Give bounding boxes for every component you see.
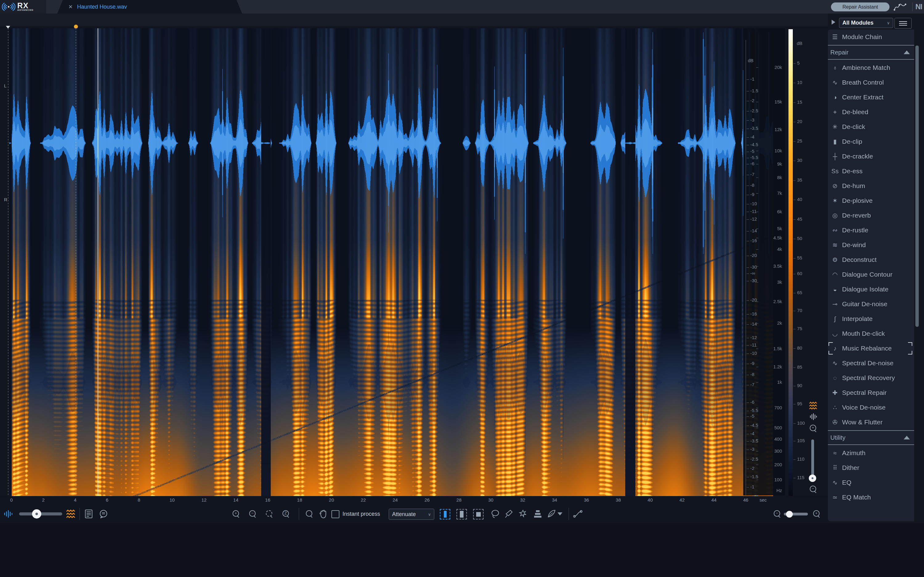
module-item-dialogue-contour[interactable]: ◠Dialogue Contour: [828, 267, 914, 282]
module-section-utility[interactable]: Utility: [828, 430, 914, 445]
dialogue-isolate-icon: ◒: [828, 286, 842, 293]
module-item-de-click[interactable]: ✳De-click: [828, 119, 914, 134]
module-item-eq-match[interactable]: ≃EQ Match: [828, 490, 914, 504]
module-item-spectral-repair[interactable]: ✚Spectral Repair: [828, 385, 914, 400]
module-run-icon[interactable]: [832, 20, 835, 25]
repair-assistant-button[interactable]: Repair Assistant: [831, 2, 890, 11]
module-item-voice-de-noise[interactable]: ∴Voice De-noise: [828, 400, 914, 415]
timeline-label: 42: [680, 497, 685, 503]
spectrogram-blend-icon[interactable]: [65, 508, 76, 519]
module-item-de-plosive[interactable]: ✶De-plosive: [828, 193, 914, 208]
scale-tick: -7: [746, 172, 754, 177]
module-item-de-hum[interactable]: ⊘De-hum: [828, 179, 914, 193]
spectrogram-colorbar[interactable]: [788, 29, 793, 501]
module-selector-dropdown[interactable]: All Modules∨: [839, 18, 893, 28]
module-item-center-extract[interactable]: ◑Center Extract: [828, 90, 914, 105]
scale-tick: -1: [746, 76, 754, 82]
module-item-label: De-bleed: [842, 108, 868, 116]
module-item-de-crackle[interactable]: ┼De-crackle: [828, 149, 914, 164]
frequency-selection-tool[interactable]: [473, 509, 483, 519]
module-item-de-wind[interactable]: ≋De-wind: [828, 238, 914, 252]
zoom-reset-tool[interactable]: Z: [283, 510, 289, 517]
de-rustle-icon: ∾: [828, 227, 842, 234]
module-item-guitar-de-noise[interactable]: ⊸Guitar De-noise: [828, 297, 914, 311]
scale-tick: 400: [756, 436, 782, 442]
module-item-label: Dialogue Contour: [842, 271, 892, 278]
module-menu-button[interactable]: [895, 18, 912, 29]
timeline-label: 14: [233, 497, 238, 503]
scale-tick: -14: [746, 228, 757, 233]
spectrogram-view-icon[interactable]: [809, 401, 818, 410]
playhead[interactable]: [98, 28, 98, 495]
bezier-tool[interactable]: [572, 508, 583, 519]
vertical-zoom-slider[interactable]: [811, 440, 814, 479]
module-item-spectral-de-noise[interactable]: ∿Spectral De-noise: [828, 356, 914, 371]
scale-tick: 9k: [756, 161, 782, 166]
module-item-de-ess[interactable]: SsDe-ess: [828, 164, 914, 179]
zoom-out-tool[interactable]: −: [249, 510, 256, 517]
module-item-de-clip[interactable]: ▮De-clip: [828, 134, 914, 149]
collapse-icon[interactable]: [904, 50, 910, 54]
ambience-match-icon: ♁: [828, 64, 842, 71]
spectrogram-canvas[interactable]: [9, 28, 773, 496]
module-item-mouth-de-click[interactable]: ◡Mouth De-click: [828, 326, 914, 341]
zoom-in-tool[interactable]: +: [233, 510, 239, 517]
blend-slider-knob[interactable]: [32, 509, 41, 519]
scale-tick: 110: [793, 456, 804, 462]
module-item-wow-flutter[interactable]: ✇Wow & Flutter: [828, 415, 914, 430]
horizontal-zoom-knob[interactable]: [786, 511, 793, 517]
module-item-deconstruct[interactable]: ⚙Deconstruct: [828, 252, 914, 267]
clipboard-icon[interactable]: [83, 508, 94, 519]
magic-wand-tool[interactable]: [517, 508, 528, 519]
module-item-azimuth[interactable]: ≈Azimuth: [828, 446, 914, 460]
module-item-interpolate[interactable]: ∫Interpolate: [828, 311, 914, 326]
hand-tool[interactable]: [318, 508, 329, 519]
tab-label[interactable]: Haunted House.wav: [77, 4, 127, 10]
file-tab[interactable]: ✕ Haunted House.wav: [57, 0, 242, 13]
time-frequency-selection-tool[interactable]: [456, 509, 467, 519]
adjustment-lists-icon[interactable]: [532, 508, 543, 519]
comment-icon[interactable]: [98, 508, 109, 519]
timeline-label: 30: [488, 497, 493, 503]
waveform-blend-icon[interactable]: [2, 508, 13, 519]
feather-dropdown-icon[interactable]: [557, 508, 563, 519]
scale-tick: -2: [746, 98, 754, 103]
module-item-dialogue-isolate[interactable]: ◒Dialogue Isolate: [828, 282, 914, 297]
horizontal-zoom-in-icon[interactable]: +: [813, 510, 820, 517]
chevron-down-icon: ∨: [428, 512, 431, 517]
vertical-zoom-knob[interactable]: [809, 474, 816, 482]
module-item-eq[interactable]: ∿EQ: [828, 475, 914, 490]
module-item-label: Guitar De-noise: [842, 300, 887, 308]
signal-chain-icon[interactable]: [893, 2, 907, 12]
amplitude-unit: dB: [748, 58, 753, 63]
vertical-zoom-in-icon[interactable]: +: [810, 425, 816, 431]
lasso-tool[interactable]: [490, 508, 501, 519]
tab-close-icon[interactable]: ✕: [68, 4, 73, 10]
module-item-ambience-match[interactable]: ♁Ambience Match: [828, 60, 914, 75]
module-item-breath-control[interactable]: ∿Breath Control: [828, 75, 914, 90]
brush-tool[interactable]: [504, 508, 515, 519]
module-item-label: De-reverb: [842, 212, 871, 219]
process-mode-dropdown[interactable]: Attenuate∨: [389, 509, 434, 520]
module-item-spectral-recovery[interactable]: ◌Spectral Recovery: [828, 371, 914, 385]
instant-process-checkbox[interactable]: [331, 510, 339, 518]
feather-tool[interactable]: [546, 508, 557, 519]
module-list-scrollbar[interactable]: [915, 45, 919, 327]
module-section-repair[interactable]: Repair: [828, 45, 914, 60]
time-ruler[interactable]: 0246810121416182022242628303234363840424…: [0, 496, 828, 505]
module-item-dither[interactable]: ⠿Dither: [828, 460, 914, 475]
module-item-de-rustle[interactable]: ∾De-rustle: [828, 223, 914, 238]
module-item-label: Center Extract: [842, 93, 884, 101]
time-selection-tool[interactable]: [440, 509, 450, 519]
module-item-de-bleed[interactable]: ⌖De-bleed: [828, 105, 914, 119]
module-item-music-rebalance[interactable]: ♪Music Rebalance: [828, 341, 914, 356]
waveform-view-icon[interactable]: [809, 413, 817, 421]
horizontal-zoom-out-icon[interactable]: −: [774, 510, 780, 517]
magnify-tool[interactable]: [306, 510, 312, 517]
collapse-icon[interactable]: [904, 436, 910, 440]
scale-tick: 8k: [756, 175, 782, 180]
module-item-de-reverb[interactable]: ◎De-reverb: [828, 208, 914, 223]
module-item-module-chain[interactable]: ☰Module Chain: [828, 29, 914, 44]
vertical-zoom-out-icon[interactable]: −: [810, 485, 816, 492]
zoom-selection-tool[interactable]: [266, 510, 272, 517]
